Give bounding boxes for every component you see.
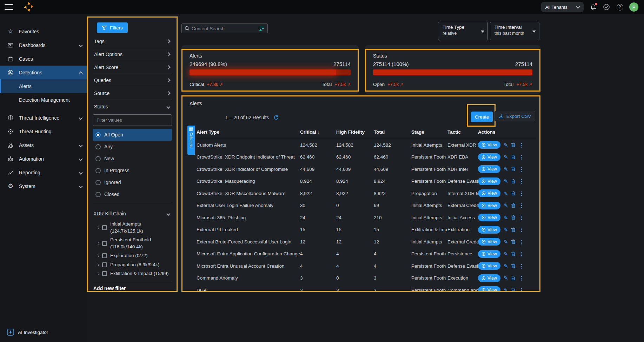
delete-icon[interactable] — [511, 239, 516, 244]
checkbox-icon[interactable] — [102, 253, 107, 258]
sidebar-item-detections[interactable]: Detections — [0, 66, 87, 79]
filter-section-status[interactable]: Status — [93, 100, 172, 113]
query-builder-icon[interactable] — [259, 26, 265, 31]
sidebar-item-favorites[interactable]: ☆ Favorites — [0, 25, 87, 38]
table-row[interactable]: Microsoft 365: Phishing 24 24 210 Initia… — [197, 212, 536, 224]
tenant-selector[interactable]: All Tenants — [541, 2, 584, 12]
view-button[interactable]: View — [478, 165, 500, 173]
sidebar-item-detection-management[interactable]: Detection Management — [0, 93, 87, 107]
edit-icon[interactable]: ✎ — [504, 251, 508, 256]
delete-icon[interactable] — [511, 179, 516, 184]
table-row[interactable]: External Brute-Forced Successful User Lo… — [197, 236, 536, 248]
more-actions-icon[interactable]: ⋮ — [519, 263, 524, 269]
view-button[interactable]: View — [478, 238, 500, 246]
delete-icon[interactable] — [511, 155, 516, 160]
kill-chain-item-exfiltration-impact[interactable]: Exfiltration & Impact (15/99) — [93, 269, 172, 278]
edit-icon[interactable]: ✎ — [504, 239, 508, 244]
checkbox-icon[interactable] — [102, 241, 107, 246]
column-header-stage[interactable]: Stage — [411, 129, 447, 135]
checkbox-icon[interactable] — [102, 225, 107, 230]
edit-icon[interactable]: ✎ — [504, 167, 508, 172]
view-button[interactable]: View — [478, 153, 500, 161]
table-row[interactable]: Microsoft Entra Unusual Account Creation… — [197, 260, 536, 272]
more-actions-icon[interactable]: ⋮ — [519, 227, 524, 232]
table-row[interactable]: CrowdStrike: XDR Indicator of Compromise… — [197, 163, 536, 175]
checkbox-icon[interactable] — [102, 262, 107, 267]
expander-icon[interactable] — [97, 263, 99, 266]
export-csv-button[interactable]: Export CSV — [494, 111, 535, 121]
expander-icon[interactable] — [97, 272, 99, 275]
edit-icon[interactable]: ✎ — [504, 203, 508, 208]
sidebar-item-reporting[interactable]: Reporting — [0, 166, 87, 179]
edit-icon[interactable]: ✎ — [504, 215, 508, 220]
view-button[interactable]: View — [478, 226, 500, 234]
status-option-all-open[interactable]: All Open — [93, 129, 172, 141]
status-option-in-progress[interactable]: In Progress — [93, 165, 172, 176]
filter-section-tags[interactable]: Tags — [93, 35, 172, 48]
delete-icon[interactable] — [511, 203, 516, 208]
checkbox-icon[interactable] — [102, 271, 107, 276]
more-actions-icon[interactable]: ⋮ — [519, 275, 524, 281]
filters-button[interactable]: Filters — [97, 22, 128, 33]
column-header-tactic[interactable]: Tactic — [447, 129, 478, 135]
delete-icon[interactable] — [511, 167, 516, 172]
edit-icon[interactable]: ✎ — [504, 227, 508, 232]
more-actions-icon[interactable]: ⋮ — [519, 154, 524, 160]
filter-section-alert-options[interactable]: Alert Options — [93, 48, 172, 61]
column-header-high-fidelity[interactable]: High Fidelity — [336, 129, 374, 135]
more-actions-icon[interactable]: ⋮ — [519, 239, 524, 244]
more-actions-icon[interactable]: ⋮ — [519, 179, 524, 184]
edit-icon[interactable]: ✎ — [504, 288, 508, 292]
view-button[interactable]: View — [478, 286, 500, 292]
status-option-ignored[interactable]: Ignored — [93, 176, 172, 188]
edit-icon[interactable]: ✎ — [504, 191, 508, 196]
table-row[interactable]: External PII Leaked 15 15 15 Exfiltratio… — [197, 224, 536, 236]
sidebar-item-alerts[interactable]: Alerts — [0, 79, 87, 93]
table-row[interactable]: Command Anomaly 3 0 3 Persistent Footh E… — [197, 272, 536, 284]
search-input[interactable] — [192, 26, 257, 31]
notifications-button[interactable] — [589, 3, 597, 11]
view-button[interactable]: View — [478, 274, 500, 282]
view-button[interactable]: View — [478, 202, 500, 209]
table-row[interactable]: CrowdStrike: Masquerading 8,924 8,924 8,… — [197, 175, 536, 188]
column-header-alert-type[interactable]: Alert Type — [197, 129, 300, 135]
view-button[interactable]: View — [478, 262, 500, 270]
status-option-closed[interactable]: Closed — [93, 188, 172, 200]
table-row[interactable]: DGA 3 3 3 Persistent Footh Command and C… — [197, 284, 536, 292]
more-actions-icon[interactable]: ⋮ — [519, 167, 524, 172]
column-header-total[interactable]: Total — [374, 129, 411, 135]
expander-icon[interactable] — [97, 242, 99, 244]
filter-values-input[interactable] — [93, 114, 172, 126]
edit-icon[interactable]: ✎ — [504, 154, 508, 160]
columns-tab[interactable]: Columns — [187, 126, 195, 155]
sidebar-item-ai-investigator[interactable]: AI Investigator — [7, 329, 48, 336]
filter-section-alert-score[interactable]: Alert Score — [93, 61, 172, 74]
sidebar-item-assets[interactable]: Assets — [0, 138, 87, 152]
more-actions-icon[interactable]: ⋮ — [519, 215, 524, 220]
table-row[interactable]: External User Login Failure Anomaly 30 0… — [197, 200, 536, 212]
help-button[interactable]: ? — [616, 3, 624, 11]
sidebar-item-automation[interactable]: Automation — [0, 152, 87, 166]
delete-icon[interactable] — [511, 252, 516, 256]
view-button[interactable]: View — [478, 214, 500, 221]
more-actions-icon[interactable]: ⋮ — [519, 251, 524, 256]
sidebar-item-threat-hunting[interactable]: Threat Hunting — [0, 125, 87, 138]
delete-icon[interactable] — [511, 263, 516, 268]
user-avatar[interactable]: P — [629, 2, 638, 12]
more-actions-icon[interactable]: ⋮ — [519, 203, 524, 208]
view-button[interactable]: View — [478, 141, 500, 149]
sidebar-item-cases[interactable]: Cases — [0, 52, 87, 66]
table-row[interactable]: CrowdStrike: XDR Miscellaneous Malware 8… — [197, 187, 536, 200]
more-actions-icon[interactable]: ⋮ — [519, 142, 524, 148]
edit-icon[interactable]: ✎ — [504, 263, 508, 269]
filter-section-queries[interactable]: Queries — [93, 74, 172, 87]
view-button[interactable]: View — [478, 189, 500, 197]
kill-chain-item-exploration[interactable]: Exploration (0/72) — [93, 251, 172, 260]
kill-chain-item-persistent-foothold[interactable]: Persistent Foothold (116.0k/140.4k) — [93, 235, 172, 251]
delete-icon[interactable] — [511, 288, 516, 292]
delete-icon[interactable] — [511, 215, 516, 220]
edit-icon[interactable]: ✎ — [504, 179, 508, 184]
time-type-dropdown[interactable]: Time Type relative — [438, 22, 488, 40]
refresh-icon[interactable] — [273, 115, 279, 120]
delete-icon[interactable] — [511, 191, 516, 196]
